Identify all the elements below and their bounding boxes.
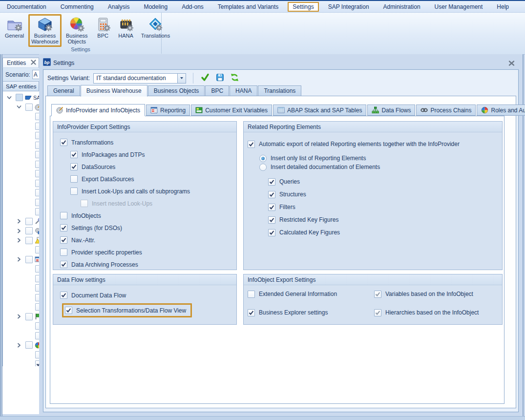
- tree-row[interactable]: [3, 350, 39, 360]
- checkbox-variables-based-on-the-infoobject[interactable]: Variables based on the InfoObject: [374, 290, 502, 298]
- checkbox-filters[interactable]: Filters: [268, 201, 502, 213]
- tab-sap-entities[interactable]: SAP entities: [2, 81, 39, 91]
- checkbox-hierarchies-based-on-the-infoobject[interactable]: Hierarchies based on the InfoObject: [374, 309, 502, 316]
- chevron-down-icon[interactable]: [17, 104, 25, 110]
- ribbon-button-translations[interactable]: Translations: [138, 14, 173, 41]
- ribbon-button-general[interactable]: General: [2, 14, 27, 41]
- tree-checkbox[interactable]: [35, 322, 39, 330]
- menu-item-commenting[interactable]: Commenting: [56, 2, 99, 12]
- tree-checkbox[interactable]: [25, 218, 33, 225]
- refresh-button[interactable]: [229, 73, 240, 84]
- checkbox-settings-for-dsos[interactable]: Settings (for DSOs): [60, 222, 236, 234]
- checkbox-selection-transformations-data-flow-view[interactable]: Selection Transformations/Data Flow View: [65, 306, 186, 315]
- tree-checkbox[interactable]: [25, 341, 33, 349]
- radio-insert-only-list-of-reporting-elements[interactable]: Insert only list of Reporting Elements: [259, 154, 502, 163]
- tree-checkbox[interactable]: [35, 360, 39, 366]
- tree-row[interactable]: [3, 103, 39, 112]
- menu-item-add-ons[interactable]: Add-ons: [177, 2, 209, 12]
- checkbox-queries[interactable]: Queries: [268, 175, 502, 188]
- tree-row[interactable]: [3, 160, 39, 169]
- menu-item-settings[interactable]: Settings: [288, 2, 318, 12]
- tree-row[interactable]: [3, 112, 39, 122]
- menu-item-help[interactable]: Help: [492, 2, 514, 12]
- menu-item-documentation[interactable]: Documentation: [2, 2, 51, 12]
- tree-row[interactable]: [3, 179, 39, 189]
- tree-checkbox[interactable]: [35, 170, 39, 177]
- menu-item-analysis[interactable]: Analysis: [103, 2, 135, 12]
- tree-checkbox[interactable]: [35, 351, 39, 358]
- chevron-right-icon[interactable]: [17, 237, 25, 243]
- tree-checkbox[interactable]: [25, 227, 33, 234]
- tab-business-warehouse[interactable]: Business Warehouse: [81, 85, 147, 97]
- tree-checkbox[interactable]: [35, 275, 39, 282]
- close-icon[interactable]: [508, 60, 515, 66]
- checkbox-calculated-key-figures[interactable]: Calculated Key Figures: [268, 226, 502, 239]
- menu-item-sap-integration[interactable]: SAP Integration: [323, 2, 374, 12]
- tree-checkbox[interactable]: [25, 104, 33, 111]
- tree-checkbox[interactable]: [35, 294, 39, 301]
- tab-bpc[interactable]: BPC: [205, 85, 229, 96]
- tree-row[interactable]: [3, 122, 39, 131]
- document-tab-settings[interactable]: bp Settings: [43, 58, 74, 67]
- tree-checkbox[interactable]: [35, 246, 39, 253]
- tree-row[interactable]: [3, 302, 39, 312]
- tree-row[interactable]: [3, 340, 39, 350]
- radio-insert-detailed-documentation-of-elements[interactable]: Insert detailed documentation of Element…: [259, 163, 502, 171]
- checkbox-business-explorer-settings[interactable]: Business Explorer settings: [248, 309, 374, 316]
- tree-row[interactable]: [3, 274, 39, 284]
- chevron-right-icon[interactable]: [17, 218, 25, 224]
- checkbox-restricted-key-figures[interactable]: Restricted Key Figures: [268, 213, 502, 226]
- checkbox-extended-general-information[interactable]: Extended General Information: [248, 290, 374, 298]
- checkbox-insert-look-ups-and-calls-of-subprograms[interactable]: Insert Look-Ups and calls of subprograms: [70, 185, 236, 197]
- checkbox-data-archiving-processes[interactable]: Data Archiving Processes: [60, 258, 236, 271]
- tree-checkbox[interactable]: [35, 132, 39, 139]
- tree-checkbox[interactable]: [25, 237, 33, 244]
- tree-row[interactable]: [3, 226, 39, 236]
- tree-row[interactable]: [3, 150, 39, 160]
- tree-checkbox[interactable]: [35, 199, 39, 206]
- tree-row[interactable]: [3, 321, 39, 331]
- ribbon-button-bpc[interactable]: BPC: [92, 14, 114, 41]
- checkbox-automatic-export-of-related-reporting-elements-together-with-the-infoprovider[interactable]: Automatic export of related Reporting el…: [248, 139, 502, 149]
- chevron-down-icon[interactable]: [7, 95, 16, 101]
- checkbox-insert-nested-look-ups[interactable]: Insert nested Look-Ups: [81, 197, 236, 210]
- tree-row[interactable]: [3, 169, 39, 179]
- tree-checkbox[interactable]: [35, 265, 39, 273]
- tab-general[interactable]: General: [47, 85, 80, 96]
- checkbox-export-datasources[interactable]: Export DataSources: [70, 173, 236, 185]
- tree-checkbox[interactable]: [25, 313, 33, 320]
- subtab-process-chains[interactable]: Process Chains: [416, 105, 476, 116]
- menu-item-administration[interactable]: Administration: [378, 2, 425, 12]
- tree-row[interactable]: SA: [3, 93, 39, 103]
- tree-checkbox[interactable]: [35, 284, 39, 292]
- checkbox-transformations[interactable]: Transformations: [60, 136, 236, 148]
- menu-item-user-management[interactable]: User Management: [430, 2, 488, 12]
- tree-checkbox[interactable]: [25, 256, 33, 263]
- ribbon-button-hana[interactable]: HANA: [115, 14, 137, 41]
- tree-row[interactable]: [3, 217, 39, 227]
- subtab-roles-and-authorizations[interactable]: Roles and Authorizations: [477, 105, 525, 116]
- checkbox-infoobjects[interactable]: InfoObjects: [60, 210, 236, 222]
- tree-checkbox[interactable]: [16, 94, 23, 101]
- menu-item-modeling[interactable]: Modeling: [139, 2, 172, 12]
- ribbon-button-business-objects[interactable]: Business Objects: [63, 14, 91, 47]
- chevron-right-icon[interactable]: [17, 256, 25, 262]
- tree-row[interactable]: [3, 255, 39, 265]
- chevron-right-icon[interactable]: [17, 314, 25, 319]
- subtab-reporting[interactable]: Reporting: [146, 105, 190, 116]
- close-icon[interactable]: [31, 60, 36, 66]
- tree-checkbox[interactable]: [35, 303, 39, 311]
- chevron-right-icon[interactable]: [17, 342, 25, 348]
- tree-checkbox[interactable]: [35, 161, 39, 168]
- tree-row[interactable]: [3, 198, 39, 208]
- checkbox-nav-attr[interactable]: Nav.-Attr.: [60, 234, 236, 246]
- tree-checkbox[interactable]: [35, 123, 39, 130]
- tree-row[interactable]: [3, 293, 39, 303]
- tree-row[interactable]: [3, 283, 39, 293]
- tree-row[interactable]: [3, 131, 39, 141]
- ribbon-button-business-warehouse[interactable]: Business Warehouse: [28, 14, 62, 47]
- menu-item-templates-and-variants[interactable]: Templates and Variants: [213, 2, 284, 12]
- tree-row[interactable]: [3, 141, 39, 150]
- tab-translations[interactable]: Translations: [258, 85, 301, 96]
- chevron-down-icon[interactable]: [177, 74, 186, 83]
